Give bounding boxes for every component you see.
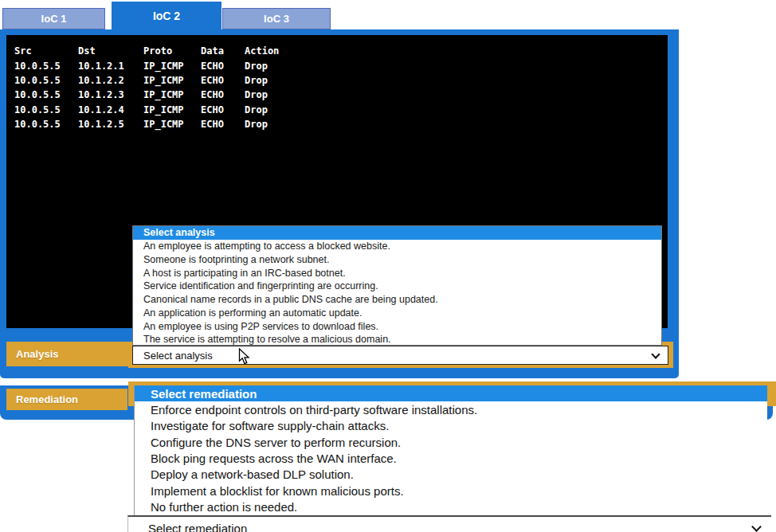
- analysis-dropdown-list: Select analysisAn employee is attempting…: [132, 225, 662, 346]
- terminal-cell: 10.1.2.5: [78, 119, 143, 130]
- terminal-cell: IP_ICMP: [143, 89, 201, 100]
- terminal-cell: ECHO: [201, 119, 245, 130]
- analysis-option[interactable]: Canonical name records in a public DNS c…: [133, 293, 661, 307]
- analysis-option[interactable]: Someone is footprinting a network subnet…: [133, 253, 661, 267]
- remediation-label: Remediation: [6, 389, 127, 410]
- terminal-cell: 10.0.5.5: [14, 119, 78, 130]
- terminal-rows: 10.0.5.510.1.2.1IP_ICMPECHODrop10.0.5.51…: [6, 58, 668, 131]
- terminal-cell: 10.0.5.5: [14, 89, 78, 100]
- analysis-option[interactable]: The service is attempting to resolve a m…: [133, 333, 661, 346]
- terminal-header-row: SrcDstProtoDataAction: [6, 44, 668, 58]
- terminal-cell: ECHO: [201, 104, 245, 115]
- chevron-down-icon: [751, 522, 762, 532]
- terminal-cell: Drop: [245, 61, 268, 72]
- terminal-cell: IP_ICMP: [143, 61, 201, 72]
- terminal-cell: 10.1.2.4: [78, 104, 143, 115]
- terminal-cell: IP_ICMP: [143, 119, 201, 130]
- terminal-cell: Drop: [245, 104, 268, 115]
- remediation-option[interactable]: Deploy a network-based DLP solution.: [135, 467, 767, 483]
- analysis-select[interactable]: Select analysis: [132, 346, 668, 365]
- terminal-cell: 10.1.2.1: [78, 61, 143, 72]
- remediation-option[interactable]: Implement a blocklist for known maliciou…: [135, 483, 767, 499]
- remediation-option[interactable]: Select remediation: [135, 385, 767, 401]
- analysis-option[interactable]: A host is participating in an IRC-based …: [133, 266, 661, 280]
- terminal-col-header: Proto: [143, 45, 201, 57]
- terminal-row: 10.0.5.510.1.2.1IP_ICMPECHODrop: [6, 58, 668, 72]
- analysis-option[interactable]: An employee is using P2P services to dow…: [133, 319, 661, 333]
- terminal-cell: 10.1.2.2: [78, 75, 143, 86]
- terminal-cell: IP_ICMP: [143, 104, 201, 115]
- analysis-select-value: Select analysis: [143, 350, 213, 362]
- terminal-row: 10.0.5.510.1.2.2IP_ICMPECHODrop: [6, 73, 668, 88]
- terminal-col-header: Src: [14, 45, 78, 57]
- analysis-label: Analysis: [6, 342, 128, 366]
- terminal-col-header: Dst: [78, 45, 143, 57]
- terminal-col-header: Action: [245, 45, 279, 57]
- remediation-option[interactable]: No further action is needed.: [135, 499, 767, 514]
- tab-ioc2[interactable]: IoC 2: [112, 2, 221, 30]
- terminal-cell: 10.1.2.3: [78, 89, 143, 100]
- tab-ioc3[interactable]: IoC 3: [222, 8, 331, 29]
- terminal-row: 10.0.5.510.1.2.4IP_ICMPECHODrop: [6, 103, 668, 117]
- remediation-option[interactable]: Investigate for software supply-chain at…: [135, 418, 767, 434]
- terminal-cell: ECHO: [201, 61, 245, 72]
- terminal-cell: ECHO: [201, 75, 245, 86]
- tab-ioc1[interactable]: IoC 1: [2, 8, 105, 29]
- terminal-cell: IP_ICMP: [143, 75, 201, 86]
- mouse-pointer-icon: [238, 348, 251, 369]
- terminal-row: 10.0.5.510.1.2.3IP_ICMPECHODrop: [6, 88, 668, 102]
- chevron-down-icon: [651, 350, 660, 358]
- analysis-option[interactable]: An employee is attempting to access a bl…: [133, 240, 661, 253]
- terminal-cell: 10.0.5.5: [14, 104, 78, 115]
- terminal-row: 10.0.5.510.1.2.5IP_ICMPECHODrop: [6, 117, 668, 131]
- terminal-cell: Drop: [245, 89, 268, 100]
- remediation-dropdown-list: Select remediationEnforce endpoint contr…: [134, 385, 767, 515]
- analysis-option[interactable]: Service identification and fingerprintin…: [133, 280, 661, 293]
- remediation-option[interactable]: Enforce endpoint controls on third-party…: [135, 401, 767, 417]
- terminal-cell: ECHO: [201, 89, 245, 100]
- terminal-cell: 10.0.5.5: [14, 75, 78, 86]
- remediation-select[interactable]: Select remediation: [127, 515, 771, 532]
- remediation-select-value: Select remediation: [148, 522, 247, 532]
- terminal-cell: Drop: [245, 119, 268, 130]
- terminal-cell: Drop: [245, 75, 268, 86]
- remediation-option[interactable]: Block ping requests across the WAN inter…: [135, 450, 767, 466]
- remediation-option[interactable]: Configure the DNS server to perform recu…: [135, 434, 767, 450]
- terminal-cell: 10.0.5.5: [14, 61, 78, 72]
- analysis-option[interactable]: An application is performing an automati…: [133, 307, 661, 320]
- analysis-option[interactable]: Select analysis: [133, 226, 661, 240]
- terminal-col-header: Data: [201, 45, 245, 57]
